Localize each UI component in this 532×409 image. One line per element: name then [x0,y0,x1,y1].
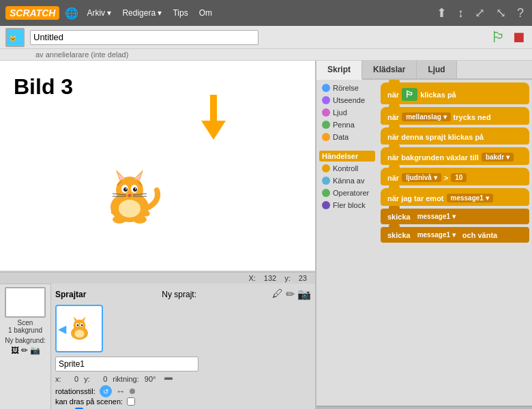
svg-point-32 [76,324,78,327]
menu-arkiv[interactable]: Arkiv ▾ [84,7,114,19]
tab-ljud[interactable]: Ljud [417,61,456,78]
block-suffix-1: klickas på [420,91,456,99]
svg-point-12 [125,188,127,190]
cat-kontroll[interactable]: Kontroll [319,163,375,174]
upload-icon[interactable]: ⬆ [434,5,449,20]
green-flag-button[interactable]: 🏳 [491,29,506,46]
block-send[interactable]: skicka message1 ▾ [381,209,529,224]
block-label-7a: skicka [387,213,411,221]
main-area: Bild 3 [0,61,532,409]
topbar: SCRATCH 🌐 Arkiv ▾ Redigera ▾ Tips Om ⬆ ↕… [0,0,532,26]
tab-kladslar[interactable]: Klädslar [362,61,417,78]
stop-button[interactable]: ⏹ [512,29,527,46]
cat-kanna-av-label: Känna av [333,177,364,185]
scene-sub-label: 1 bakgrund [8,327,42,334]
rotation-none-icon[interactable] [130,389,135,394]
project-thumbnail: 🐱 [5,28,25,47]
scene-thumbnail[interactable] [5,287,46,318]
block-sprite-click[interactable]: när denna sprajt klickas på [381,127,529,145]
block-green-flag[interactable]: när 🏳 klickas på [381,82,529,104]
globe-icon[interactable]: 🌐 [65,7,78,20]
cat-operatorer[interactable]: Operatorer [319,187,375,198]
camera-sprite-icon[interactable]: 📷 [297,288,311,301]
cat-ljud[interactable]: Ljud [319,107,375,118]
block-sound-level[interactable]: när ljudnivå ▾ > 10 [381,168,529,185]
bg-edit-icon[interactable]: ✏ [21,346,28,355]
new-sprite-label: Ny sprajt: [162,290,196,299]
block-dropdown-backdrop[interactable]: bakdr ▾ [482,153,514,162]
block-dropdown-key[interactable]: mellanslag ▾ [402,112,450,121]
menu-redigera[interactable]: Redigera ▾ [119,7,164,19]
can-drag-label: kan dras på scenen: [55,397,123,406]
sprite-item[interactable]: ◀ [55,305,103,352]
block-backdrop[interactable]: när bakgrunden växlar till bakdr ▾ [381,147,529,165]
block-label-6a: när jag tar emot [387,194,444,202]
dir-value: 90° [145,375,156,383]
block-receive[interactable]: när jag tar emot message1 ▾ [381,188,529,206]
cat-kontroll-label: Kontroll [333,164,358,172]
edit-sprite-icon[interactable]: ✏ [286,288,295,301]
cat-utseende[interactable]: Utseende [319,95,375,106]
fullscreen-icon[interactable]: ↕ [455,6,467,20]
svg-point-20 [133,215,147,224]
project-title-input[interactable] [30,30,258,45]
help-icon[interactable]: ? [514,6,527,20]
svg-point-13 [135,188,136,190]
cat-fler-block-label: Fler block [333,201,366,209]
bottom-area: Scen 1 bakgrund Ny bakgrund: 🖼 ✏ 📷 Spraj… [0,284,315,409]
expand-icon[interactable]: ⤢ [472,5,488,20]
bg-camera-icon[interactable]: 📷 [30,346,40,355]
rotation-label: rotationsstil: [55,387,95,395]
rotation-row: rotationsstil: ↺ ↔ [55,385,311,397]
sprite-cat [95,166,164,230]
svg-point-34 [74,330,84,338]
y-value: 23 [299,274,307,282]
block-send-wait[interactable]: skicka message1 ▾ och vänta [381,227,529,243]
paint-sprite-icon[interactable]: 🖊 [272,288,283,301]
cat-data[interactable]: Data [319,132,375,142]
sprite-info: x: 0 y: 0 riktning: 90° ➖ rotationsstil:… [55,357,311,409]
sprite-position-row: x: 0 y: 0 riktning: 90° ➖ [55,374,311,383]
cat-penna[interactable]: Penna [319,119,375,130]
block-label-1: när [387,91,399,99]
menu-om[interactable]: Om [196,7,215,19]
block-dropdown-receive[interactable]: message1 ▾ [447,194,493,202]
cat-fler-block[interactable]: Fler block [319,200,375,211]
scratch-logo[interactable]: SCRATCH [5,6,59,20]
coords-row: X: 132 y: 23 [0,272,315,284]
block-dropdown-send-wait[interactable]: message1 ▾ [413,230,460,239]
scene-bg-label: Ny bakgrund: [5,337,45,344]
svg-text:🐱: 🐱 [10,35,16,42]
dir-minus-icon[interactable]: ➖ [164,374,173,383]
block-dropdown-sound[interactable]: ljudnivå ▾ [402,173,441,182]
tab-skript[interactable]: Skript [316,61,362,80]
new-sprite-icons: 🖊 ✏ 📷 [272,288,311,301]
compress-icon[interactable]: ⤡ [493,5,509,20]
ryggsack-bar[interactable]: Ryggsäck [316,406,532,409]
block-dropdown-send[interactable]: message1 ▾ [413,212,460,221]
bg-paint-icon[interactable]: 🖼 [11,346,19,355]
rotation-lr-icon[interactable]: ↔ [116,386,125,397]
sprite-name-input[interactable] [55,357,198,372]
block-key-press[interactable]: när mellanslag ▾ trycks ned [381,107,529,125]
x-label: X: [248,274,255,282]
menu-tips[interactable]: Tips [170,7,190,19]
blocks-content: Rörelse Utseende Ljud Penna Data [316,80,532,406]
titlebar: 🐱 🏳 ⏹ [0,26,532,49]
sprite-back-arrow[interactable]: ◀ [58,322,66,335]
svg-marker-29 [81,316,85,321]
can-drag-checkbox[interactable] [127,397,135,406]
svg-point-10 [123,187,128,192]
block-value-sound[interactable]: 10 [451,173,467,182]
block-label-8b: och vänta [462,231,497,239]
sprites-header: Sprajtar Ny sprajt: 🖊 ✏ 📷 [55,288,311,301]
cat-kanna-av[interactable]: Känna av [319,175,375,186]
svg-point-19 [113,215,126,224]
rotation-all-icon[interactable]: ↺ [100,385,112,397]
cat-operatorer-label: Operatorer [333,189,369,197]
cat-handelser[interactable]: Händelser [319,151,375,162]
left-panel: Bild 3 [0,61,315,409]
cat-ljud-label: Ljud [333,108,347,117]
cat-rorelse[interactable]: Rörelse [319,82,375,93]
sprites-list: ◀ [55,305,311,352]
